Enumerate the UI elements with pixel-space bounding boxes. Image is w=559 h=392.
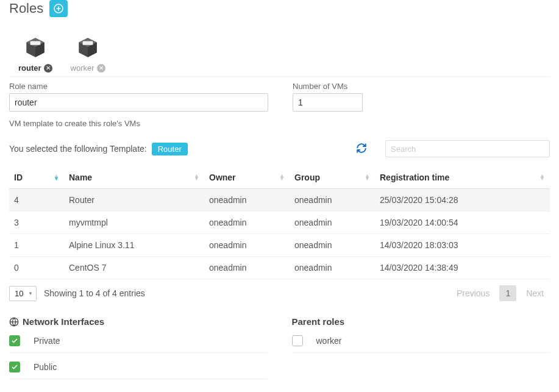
- network-item-row: Private: [9, 335, 268, 353]
- role-name-input[interactable]: [9, 93, 268, 112]
- parent-title: Parent roles: [292, 316, 345, 327]
- globe-icon: [9, 317, 19, 327]
- tab-router[interactable]: router ✕: [18, 35, 52, 76]
- cell-id: 4: [9, 189, 64, 212]
- tab-label: router: [18, 63, 41, 73]
- tab-worker[interactable]: worker ✕: [71, 35, 105, 76]
- close-icon[interactable]: ✕: [97, 64, 105, 73]
- table-row[interactable]: 0CentOS 7oneadminoneadmin14/03/2020 14:3…: [9, 257, 550, 279]
- page-size-select[interactable]: 10: [9, 286, 37, 301]
- next-button[interactable]: Next: [520, 285, 550, 301]
- parent-item-checkbox[interactable]: [292, 335, 303, 346]
- cube-icon: [75, 35, 101, 61]
- col-group[interactable]: Group▲▼: [290, 166, 375, 189]
- network-item-checkbox[interactable]: [9, 362, 20, 372]
- tab-label: worker: [71, 63, 94, 73]
- cell-name: Router: [64, 189, 204, 212]
- templates-table: ID▲▼ Name▲▼ Owner▲▼ Group▲▼ Registration…: [9, 166, 550, 279]
- cell-name: CentOS 7: [64, 257, 204, 279]
- role-tabs: router ✕ worker ✕: [9, 35, 550, 77]
- num-vms-label: Number of VMs: [293, 82, 363, 91]
- cell-owner: oneadmin: [204, 212, 290, 234]
- cube-icon: [23, 35, 48, 61]
- cell-group: oneadmin: [290, 212, 375, 234]
- svg-rect-4: [83, 41, 93, 45]
- cell-id: 0: [9, 257, 64, 279]
- page-1-button[interactable]: 1: [499, 285, 516, 301]
- cell-reg: 25/03/2020 15:04:28: [375, 189, 550, 212]
- parent-item-label: worker: [316, 336, 342, 346]
- cell-reg: 14/03/2020 14:38:49: [375, 257, 550, 279]
- prev-button[interactable]: Previous: [450, 285, 496, 301]
- col-id[interactable]: ID▲▼: [9, 166, 64, 189]
- refresh-button[interactable]: [356, 143, 367, 155]
- cell-owner: oneadmin: [204, 189, 290, 212]
- cell-owner: oneadmin: [204, 234, 290, 257]
- col-name[interactable]: Name▲▼: [64, 166, 204, 189]
- plus-circle-icon: [54, 4, 63, 13]
- cell-reg: 14/03/2020 18:03:03: [375, 234, 550, 257]
- svg-rect-3: [30, 41, 40, 45]
- table-row[interactable]: 1Alpine Linux 3.11oneadminoneadmin14/03/…: [9, 234, 550, 257]
- network-title: Network Interfaces: [23, 316, 104, 327]
- page-title: Roles: [9, 1, 43, 16]
- cell-id: 3: [9, 212, 64, 234]
- table-row[interactable]: 4Routeroneadminoneadmin25/03/2020 15:04:…: [9, 189, 550, 212]
- cell-reg: 19/03/2020 14:00:54: [375, 212, 550, 234]
- network-item-label: Public: [34, 362, 57, 372]
- search-input[interactable]: [385, 140, 550, 157]
- col-regtime[interactable]: Registration time▲▼: [375, 166, 550, 189]
- close-icon[interactable]: ✕: [44, 64, 52, 73]
- template-selection-prefix: You selected the following Template:: [9, 144, 147, 154]
- network-item-label: Private: [34, 336, 60, 346]
- num-vms-input[interactable]: [293, 93, 363, 112]
- col-owner[interactable]: Owner▲▼: [204, 166, 290, 189]
- cell-group: oneadmin: [290, 189, 375, 212]
- role-name-label: Role name: [9, 82, 268, 91]
- network-item-checkbox[interactable]: [9, 335, 20, 346]
- cell-group: oneadmin: [290, 234, 375, 257]
- cell-group: oneadmin: [290, 257, 375, 279]
- parent-item-row: worker: [292, 335, 550, 353]
- selected-template-badge: Router: [152, 143, 188, 155]
- cell-owner: oneadmin: [204, 257, 290, 279]
- table-info: Showing 1 to 4 of 4 entries: [44, 288, 145, 298]
- add-role-button[interactable]: [49, 0, 68, 17]
- cell-id: 1: [9, 234, 64, 257]
- cell-name: myvmtmpl: [64, 212, 204, 234]
- template-label: VM template to create this role's VMs: [9, 119, 550, 128]
- refresh-icon: [356, 143, 367, 154]
- network-item-row: Public: [9, 362, 268, 379]
- table-row[interactable]: 3myvmtmploneadminoneadmin19/03/2020 14:0…: [9, 212, 550, 234]
- cell-name: Alpine Linux 3.11: [64, 234, 204, 257]
